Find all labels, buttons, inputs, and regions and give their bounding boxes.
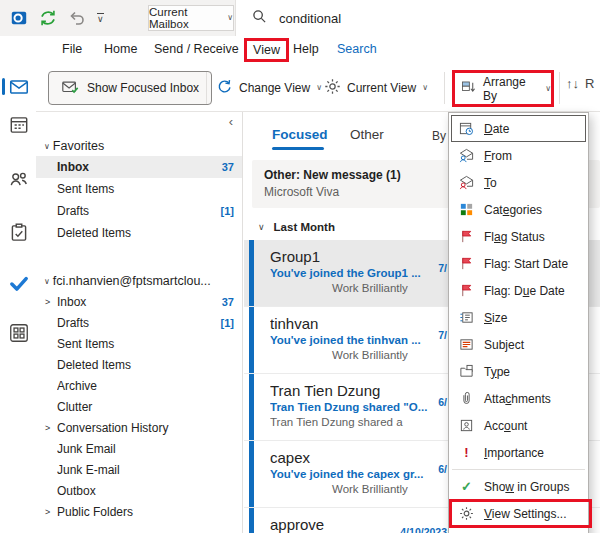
tab-send-receive[interactable]: Send / Receive — [154, 42, 239, 56]
menu-item-subject[interactable]: Subject — [451, 331, 586, 358]
folder-public-folders[interactable]: > Public Folders — [36, 501, 242, 522]
chevron-down-icon: ∨ — [44, 142, 50, 151]
menu-item-label: Account — [484, 419, 527, 433]
menu-item-type[interactable]: Type — [451, 358, 586, 385]
tab-search[interactable]: Search — [337, 42, 377, 56]
folder-favorites-inbox[interactable]: Inbox 37 — [36, 156, 242, 178]
collapse-pane-icon[interactable]: ‹ — [229, 114, 233, 129]
show-focused-inbox-label: Show Focused Inbox — [87, 81, 199, 95]
message-sender: capex — [270, 449, 450, 468]
unread-count: 37 — [222, 161, 234, 173]
favorites-label: Favorites — [53, 139, 104, 153]
tab-help[interactable]: Help — [293, 42, 319, 56]
rail-mail-button[interactable] — [8, 76, 30, 98]
folder-name: Public Folders — [57, 505, 234, 519]
menu-item-label: Size — [484, 311, 507, 325]
ribbon-separator — [206, 72, 207, 104]
chevron-down-icon: ∨ — [44, 277, 50, 286]
expand-chevron-icon[interactable]: > — [45, 423, 50, 433]
menu-item-from[interactable]: From — [451, 142, 586, 169]
rail-todo-button[interactable] — [8, 272, 30, 294]
current-view-gear-icon — [324, 78, 341, 98]
menu-item-flag-status[interactable]: Flag Status — [451, 223, 586, 250]
account-header[interactable]: ∨ fci.nhanvien@fptsmartclou... — [36, 271, 242, 291]
sync-icon[interactable] — [39, 9, 57, 27]
menu-item-show-in-groups[interactable]: ✓ Show in Groups — [451, 473, 586, 500]
arrange-by-label[interactable]: Arrange By — [483, 75, 539, 103]
menu-item-label: Flag: Start Date — [484, 257, 568, 271]
folder-outbox[interactable]: Outbox — [36, 480, 242, 501]
current-view-button[interactable]: Current View ∨ — [324, 71, 428, 105]
menu-item-account[interactable]: Account — [451, 412, 586, 439]
show-focused-inbox-button[interactable]: Show Focused Inbox — [48, 71, 212, 105]
menu-item-size[interactable]: Size — [451, 304, 586, 331]
folder-name: Conversation History — [57, 421, 234, 435]
expand-chevron-icon[interactable]: > — [45, 507, 50, 517]
folder-clutter[interactable]: Clutter — [36, 396, 242, 417]
flag-icon — [458, 229, 475, 244]
folder-name: Deleted Items — [57, 226, 234, 240]
folder-favorites-drafts[interactable]: Drafts [1] — [36, 200, 242, 222]
menu-item-label: Subject — [484, 338, 524, 352]
menu-item-importance[interactable]: ! Importance — [451, 439, 586, 466]
message-date: 6/ — [438, 396, 447, 408]
menu-item-flag-start-date[interactable]: Flag: Start Date — [451, 250, 586, 277]
search-input[interactable]: conditional — [235, 0, 600, 36]
rail-apps-button[interactable] — [8, 322, 30, 344]
change-view-button[interactable]: Change View ∨ — [216, 71, 322, 105]
folder-junk-e-mail[interactable]: Junk E-mail — [36, 459, 242, 480]
folder-junk-email[interactable]: Junk Email — [36, 438, 242, 459]
folder-name: Junk Email — [57, 442, 234, 456]
folder-favorites-sent-items[interactable]: Sent Items — [36, 178, 242, 200]
folder-conversation-history[interactable]: > Conversation History — [36, 417, 242, 438]
quick-access-toolbar: ∨ — [10, 0, 104, 36]
expand-chevron-icon[interactable]: > — [45, 297, 50, 307]
mail-icon — [8, 76, 30, 98]
folder-deleted-items[interactable]: Deleted Items — [36, 354, 242, 375]
tasks-clipboard-icon — [8, 222, 30, 244]
menu-item-label: Importance — [484, 446, 544, 460]
menu-separator — [452, 469, 585, 470]
tab-file[interactable]: File — [62, 42, 82, 56]
current-view-label: Current View — [347, 81, 416, 95]
folder-name: Outbox — [57, 484, 234, 498]
menu-item-attachments[interactable]: Attachments — [451, 385, 586, 412]
mailbox-scope-dropdown[interactable]: Current Mailbox ∨ — [148, 5, 234, 31]
ribbon-separator — [559, 72, 560, 104]
tab-view[interactable]: View — [253, 43, 280, 57]
folder-favorites-deleted-items[interactable]: Deleted Items — [36, 222, 242, 244]
tab-focused[interactable]: Focused — [272, 127, 328, 142]
message-sender: Group1 — [270, 248, 450, 267]
menu-item-view-settings[interactable]: View Settings... — [451, 500, 586, 527]
favorites-header[interactable]: ∨ Favorites — [36, 136, 242, 156]
sort-by-dropdown[interactable]: By — [432, 129, 446, 143]
folder-name: Inbox — [57, 295, 222, 309]
folder-inbox[interactable]: > Inbox 37 — [36, 291, 242, 312]
tab-home[interactable]: Home — [104, 42, 137, 56]
categories-icon — [458, 202, 475, 217]
customize-toolbar-icon[interactable]: ∨ — [97, 13, 104, 23]
tab-other[interactable]: Other — [350, 127, 384, 142]
message-date: 6/ — [438, 463, 447, 475]
menu-item-categories[interactable]: Categories — [451, 196, 586, 223]
menu-item-label: From — [484, 149, 512, 163]
menu-item-to[interactable]: To — [451, 169, 586, 196]
rail-calendar-button[interactable] — [8, 114, 30, 136]
flag-icon — [458, 256, 475, 271]
apps-grid-icon — [8, 322, 30, 344]
message-preview: Work Brilliantly — [270, 482, 450, 497]
message-subject: You've joined the Group1 ... — [270, 266, 450, 281]
rail-people-button[interactable] — [8, 168, 30, 190]
menu-item-date[interactable]: Date — [451, 115, 586, 142]
folder-sent-items[interactable]: Sent Items — [36, 333, 242, 354]
to-envelope-person-icon — [458, 175, 475, 190]
undo-icon[interactable] — [68, 9, 86, 27]
folder-drafts[interactable]: Drafts [1] — [36, 312, 242, 333]
folder-name: Deleted Items — [57, 358, 234, 372]
view-settings-gear-icon — [458, 506, 475, 521]
folder-archive[interactable]: Archive — [36, 375, 242, 396]
chevron-down-icon: ∨ — [227, 14, 233, 22]
menu-item-flag-due-date[interactable]: Flag: Due Date — [451, 277, 586, 304]
reverse-sort-button[interactable]: ↑↓ R — [566, 76, 594, 91]
rail-tasks-button[interactable] — [8, 222, 30, 244]
